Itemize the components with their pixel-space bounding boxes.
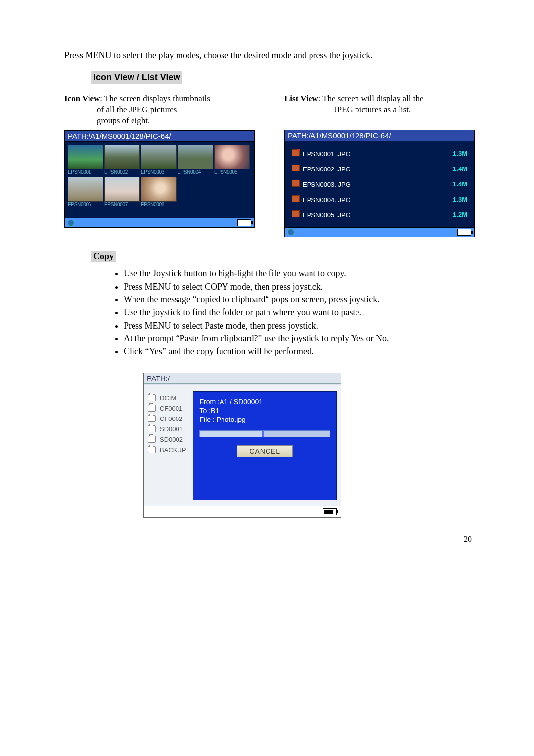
thumbnail[interactable]: EPSN0007 xyxy=(104,177,139,207)
folder-name: SD0001 xyxy=(160,425,183,433)
list-item[interactable]: EPSN0003. JPG1.4M xyxy=(289,178,470,190)
section-icon-list-heading: Icon View / List View xyxy=(91,71,182,84)
icon-view-description: Icon View: The screen displays thumbnail… xyxy=(64,93,255,126)
thumbnail-label: EPSN0008 xyxy=(141,202,176,207)
path-bar: PATH:/ xyxy=(144,373,341,385)
file-icon xyxy=(292,195,300,202)
copy-step: At the prompt “Paste from clipboard?” us… xyxy=(124,333,475,344)
list-view-description: List View: The screen will display all t… xyxy=(284,93,475,115)
list-item[interactable]: EPSN0004. JPG1.3M xyxy=(289,193,470,206)
copy-to: To :B1 xyxy=(199,407,330,415)
folder-item[interactable]: BACKUP xyxy=(148,446,186,454)
battery-icon xyxy=(323,508,337,515)
page-number: 20 xyxy=(64,535,475,544)
folder-name: BACKUP xyxy=(160,446,186,454)
progress-bar xyxy=(199,430,330,437)
copy-file: File : Photo.jpg xyxy=(199,416,330,423)
list-view-screenshot: PATH:/A1/MS0001/128/PIC-64/ EPSN0001 .JP… xyxy=(284,130,475,237)
file-icon xyxy=(292,180,300,187)
file-name: EPSN0004. JPG xyxy=(303,196,351,204)
thumbnail-label: EPSN0001 xyxy=(68,169,102,175)
folder-name: CF0002 xyxy=(160,415,182,422)
path-bar: PATH:/A1/MS0001/128/PIC-64/ xyxy=(65,131,254,142)
battery-icon xyxy=(457,229,471,236)
copy-step: Use the joystick to find the folder or p… xyxy=(124,306,475,318)
file-size: 1.2M xyxy=(453,211,467,218)
folder-name: SD0002 xyxy=(160,436,183,443)
list-view-label: List View xyxy=(284,94,318,103)
thumbnail[interactable]: EPSN0006 xyxy=(68,177,102,207)
list-item[interactable]: EPSN0001 .JPG1.3M xyxy=(289,147,470,160)
cancel-button[interactable]: CANCEL xyxy=(237,445,293,457)
thumbnail-label: EPSN0004 xyxy=(178,169,212,175)
thumbnail[interactable]: EPSN0004 xyxy=(178,145,212,175)
battery-icon xyxy=(237,219,251,226)
thumbnail-image xyxy=(68,177,103,202)
thumbnail-image xyxy=(214,145,250,169)
thumbnail-image xyxy=(104,177,140,202)
list-item[interactable]: EPSN0002 .JPG1.4M xyxy=(289,163,470,175)
icon-view-label: Icon View xyxy=(64,94,100,103)
thumbnail-label: EPSN0006 xyxy=(68,202,102,207)
file-size: 1.3M xyxy=(453,196,467,203)
folder-icon xyxy=(148,446,156,453)
status-led-icon xyxy=(288,229,294,235)
folder-name: CF0001 xyxy=(160,405,182,412)
thumbnail-image xyxy=(141,145,177,169)
copy-dialog: From :A1 / SD00001 To :B1 File : Photo.j… xyxy=(193,391,337,500)
folder-item[interactable]: DCIM xyxy=(148,394,186,402)
copy-screenshot: PATH:/ DCIMCF0001CF0002SD0001SD0002BACKU… xyxy=(143,373,341,518)
status-bar xyxy=(65,218,254,227)
thumbnail-label: EPSN0003 xyxy=(141,169,176,175)
thumbnail-image xyxy=(141,177,177,202)
folder-icon xyxy=(148,425,156,432)
file-name: EPSN0005 .JPG xyxy=(303,211,351,219)
file-icon xyxy=(292,210,300,217)
thumbnail[interactable]: EPSN0008 xyxy=(141,177,176,207)
status-bar xyxy=(285,227,474,237)
copy-step: Press MENU to select COPY mode, then pre… xyxy=(124,281,475,293)
copy-from: From :A1 / SD00001 xyxy=(199,398,330,406)
section-copy-heading: Copy xyxy=(91,251,116,262)
thumbnail-label: EPSN0005 xyxy=(214,169,249,175)
copy-step: Use the Joystick button to high-light th… xyxy=(124,267,475,279)
status-led-icon xyxy=(68,220,74,226)
path-bar: PATH:/A1/MS0001/128/PIC-64/ xyxy=(285,130,474,141)
file-size: 1.3M xyxy=(453,150,467,157)
file-size: 1.4M xyxy=(453,165,467,172)
status-bar xyxy=(144,506,341,517)
thumbnail-image xyxy=(104,145,140,169)
thumbnail[interactable]: EPSN0002 xyxy=(104,145,139,175)
folder-item[interactable]: CF0002 xyxy=(148,415,186,422)
file-icon xyxy=(292,149,300,156)
folder-icon xyxy=(148,405,156,412)
copy-steps-list: Use the Joystick button to high-light th… xyxy=(114,267,475,357)
file-name: EPSN0001 .JPG xyxy=(303,150,351,158)
copy-step: When the message “copied to clipboard“ p… xyxy=(124,294,475,305)
list-item[interactable]: EPSN0005 .JPG1.2M xyxy=(289,209,470,221)
folder-name: DCIM xyxy=(160,394,176,402)
folder-item[interactable]: CF0001 xyxy=(148,405,186,412)
folder-item[interactable]: SD0002 xyxy=(148,436,186,443)
thumbnail[interactable]: EPSN0001 xyxy=(68,145,102,175)
file-name: EPSN0002 .JPG xyxy=(303,166,351,173)
icon-view-screenshot: PATH:/A1/MS0001/128/PIC-64/ EPSN0001EPSN… xyxy=(64,130,255,228)
thumbnail-label: EPSN0007 xyxy=(104,202,139,207)
copy-step: Click “Yes” and the copy fucntion will b… xyxy=(124,345,475,357)
thumbnail[interactable]: EPSN0005 xyxy=(214,145,249,175)
file-size: 1.4M xyxy=(453,180,467,188)
folder-icon xyxy=(148,394,156,401)
file-icon xyxy=(292,165,300,171)
thumbnail-image xyxy=(178,145,213,169)
thumbnail-label: EPSN0002 xyxy=(104,169,139,175)
folder-item[interactable]: SD0001 xyxy=(148,425,186,433)
copy-step: Press MENU to select Paste mode, then pr… xyxy=(124,320,475,332)
folder-icon xyxy=(148,415,156,422)
folder-icon xyxy=(148,436,156,443)
folder-list: DCIMCF0001CF0002SD0001SD0002BACKUP xyxy=(148,391,186,500)
intro-text: Press MENU to select the play modes, cho… xyxy=(64,49,475,61)
file-name: EPSN0003. JPG xyxy=(303,181,351,188)
thumbnail-image xyxy=(68,145,103,169)
thumbnail[interactable]: EPSN0003 xyxy=(141,145,176,175)
